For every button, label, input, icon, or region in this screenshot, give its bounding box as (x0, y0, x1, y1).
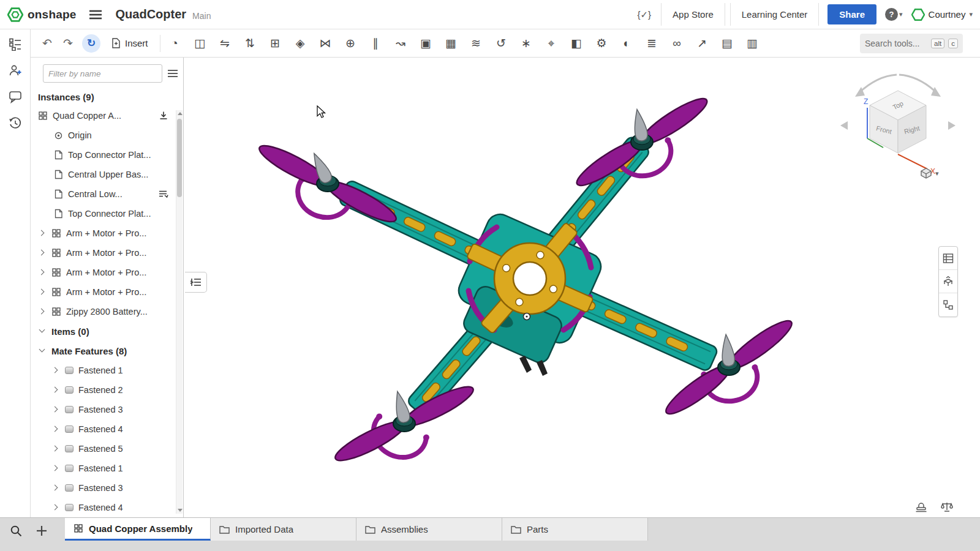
mate-feature-row[interactable]: Fastened 5 (31, 439, 183, 459)
section-tool-icon[interactable] (910, 498, 932, 515)
mate-feature-row[interactable]: Fastened 1 (31, 459, 183, 478)
tree-flyout-button[interactable] (185, 272, 207, 293)
redo-icon[interactable]: ↷ (58, 33, 78, 54)
onshape-logo-icon[interactable] (7, 7, 23, 23)
feature-list-icon[interactable] (6, 35, 24, 53)
circular-pattern-icon[interactable]: ↺ (491, 33, 511, 53)
chevron-right-icon[interactable] (50, 405, 60, 414)
chevron-right-icon[interactable] (37, 307, 47, 317)
exploded-view-icon[interactable]: ↗ (692, 33, 712, 53)
rotate-right-icon[interactable] (948, 121, 956, 130)
app-store-button[interactable]: App Store (661, 3, 725, 26)
mate-feature-row[interactable]: Fastened 4 (31, 419, 183, 439)
parallel-mate-icon[interactable]: ∥ (366, 33, 386, 53)
tab-parts[interactable]: Parts (502, 518, 648, 541)
versions-icon[interactable]: {✓} (632, 7, 656, 23)
tree-row-part[interactable]: Top Connector Plat... (31, 204, 183, 223)
chevron-down-icon[interactable] (37, 346, 47, 356)
chevron-right-icon[interactable] (37, 287, 47, 297)
mate-feature-row[interactable]: Fastened 3 (31, 478, 183, 498)
tree-row-origin[interactable]: Origin (31, 126, 183, 145)
cylindrical-mate-icon[interactable]: ◈ (290, 33, 311, 53)
chevron-right-icon[interactable] (50, 463, 60, 473)
list-view-icon[interactable] (167, 69, 178, 78)
configurations-icon[interactable] (939, 293, 957, 317)
chevron-right-icon[interactable] (50, 483, 60, 493)
chevron-right-icon[interactable] (50, 424, 60, 434)
mate-features-section-header[interactable]: Mate Features (8) (31, 341, 183, 361)
pin-slot-mate-icon[interactable]: ⋈ (315, 33, 336, 53)
main-menu-icon[interactable] (86, 7, 105, 22)
rotate-left-icon[interactable] (840, 121, 848, 130)
tree-row-subassembly[interactable]: Arm + Motor + Pro... (31, 243, 183, 263)
tree-row-part[interactable]: Central Low... (31, 184, 183, 204)
measure-scale-icon[interactable] (936, 498, 958, 515)
document-title[interactable]: QuadCopter (116, 7, 187, 21)
share-button[interactable]: Share (827, 4, 876, 24)
planar-mate-icon[interactable]: ⊞ (265, 33, 285, 53)
update-sync-icon[interactable]: ↻ (82, 34, 100, 53)
undo-icon[interactable]: ↶ (37, 33, 58, 54)
tab-assemblies[interactable]: Assemblies (356, 518, 502, 541)
bom-icon[interactable]: ▥ (742, 33, 763, 53)
tab-imported-data[interactable]: Imported Data (211, 518, 356, 541)
named-positions-icon[interactable]: ▤ (717, 33, 737, 53)
insert-feature-icon[interactable]: ▦ (441, 33, 461, 53)
chevron-down-icon[interactable] (37, 326, 47, 336)
follow-user-icon[interactable] (6, 61, 24, 80)
tree-row-subassembly[interactable]: Zippy 2800 Battery... (31, 302, 183, 321)
screw-relation-icon[interactable]: ≣ (642, 33, 662, 53)
tree-row-subassembly[interactable]: Arm + Motor + Pro... (31, 282, 183, 302)
mate-feature-row[interactable]: Fastened 4 (31, 498, 183, 517)
user-menu[interactable]: Courtney ▾ (911, 8, 973, 21)
workspace-name[interactable]: Main (192, 11, 211, 21)
filter-input[interactable] (43, 64, 162, 83)
history-icon[interactable] (6, 114, 24, 132)
chevron-right-icon[interactable] (50, 503, 60, 512)
tree-row-root-assembly[interactable]: Quad Copper A... (31, 106, 183, 126)
group-icon[interactable]: ▣ (416, 33, 436, 53)
graphics-area[interactable]: Top Front Right Z X ▾ (184, 58, 980, 517)
chevron-right-icon[interactable] (50, 385, 60, 395)
exploded-view-icon[interactable] (939, 270, 957, 293)
chevron-right-icon[interactable] (37, 228, 47, 238)
tab-quad-copper-assembly[interactable]: Quad Copper Assembly (65, 518, 211, 541)
mate-feature-row[interactable]: Fastened 3 (31, 400, 183, 419)
add-tab-icon[interactable] (32, 521, 51, 541)
bom-table-icon[interactable] (939, 247, 957, 270)
section-view-icon[interactable]: ◧ (567, 33, 587, 53)
mate-connector-icon[interactable]: ◫ (190, 33, 210, 53)
tangent-mate-icon[interactable]: ↝ (391, 33, 411, 53)
learning-center-button[interactable]: Learning Center (730, 3, 820, 26)
search-tabs-icon[interactable] (6, 521, 26, 541)
panel-scrollbar[interactable] (176, 110, 183, 514)
tree-row-part[interactable]: Top Connector Plat... (31, 145, 183, 165)
linear-pattern-icon[interactable]: ≋ (466, 33, 486, 53)
chevron-right-icon[interactable] (37, 248, 47, 258)
mate-feature-row[interactable]: Fastened 2 (31, 380, 183, 400)
insert-button[interactable]: Insert (104, 33, 156, 54)
ball-mate-icon[interactable]: ⊕ (341, 33, 361, 53)
search-tools-box[interactable]: Search tools... alt c (860, 34, 963, 53)
slider-mate-icon[interactable]: ⇅ (240, 33, 260, 53)
view-options-menu[interactable]: ▾ (916, 165, 943, 181)
chevron-right-icon[interactable] (37, 268, 47, 277)
revolute-mate-icon[interactable]: ⇋ (215, 33, 235, 53)
snap-mode-icon[interactable]: ⌖ (541, 33, 562, 53)
chevron-right-icon[interactable] (50, 444, 60, 454)
mate-icon[interactable]: ◔ (165, 33, 185, 53)
chevron-right-icon[interactable] (50, 365, 60, 375)
items-section-header[interactable]: Items (0) (31, 321, 183, 341)
mate-feature-row[interactable]: Fastened 1 (31, 361, 183, 380)
insert-download-icon[interactable] (159, 111, 168, 121)
help-menu[interactable]: ? ▾ (885, 8, 903, 21)
belt-relation-icon[interactable]: ∞ (667, 33, 687, 53)
tree-row-subassembly[interactable]: Arm + Motor + Pro... (31, 223, 183, 243)
scrollbar-thumb[interactable] (177, 119, 182, 197)
replicate-icon[interactable]: ∗ (516, 33, 537, 53)
tree-row-part[interactable]: Central Upper Bas... (31, 165, 183, 184)
cam-relation-icon[interactable]: ◐ (617, 33, 637, 53)
tree-row-subassembly[interactable]: Arm + Motor + Pro... (31, 263, 183, 282)
gear-relation-icon[interactable]: ⚙ (592, 33, 612, 53)
comments-icon[interactable] (6, 88, 24, 106)
